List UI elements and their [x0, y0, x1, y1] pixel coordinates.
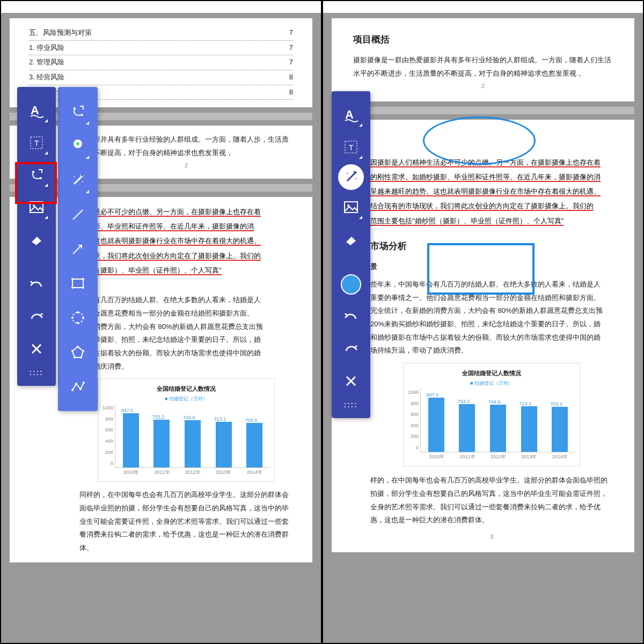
svg-text:T: T — [349, 143, 354, 152]
undo-icon[interactable] — [338, 302, 364, 332]
annotation-toolbar: A T ∷∷ — [17, 87, 56, 386]
svg-point-16 — [82, 278, 84, 280]
svg-point-32 — [83, 382, 85, 384]
svg-point-22 — [71, 317, 74, 319]
image-tool-icon[interactable] — [338, 192, 364, 222]
drawn-rectangle[interactable] — [427, 243, 535, 295]
svg-point-37 — [355, 178, 356, 179]
text-box-icon[interactable]: T — [24, 128, 49, 158]
svg-point-20 — [77, 311, 79, 313]
text-style-icon[interactable]: A — [24, 96, 49, 126]
svg-point-31 — [79, 388, 82, 390]
svg-point-27 — [74, 356, 76, 358]
svg-point-21 — [77, 322, 79, 324]
svg-point-17 — [71, 287, 74, 289]
right-screenshot: 项目概括 摄影摄像是一群由热爱摄影并具有多年行业经验的人群组成。一方面，随着人们… — [322, 0, 644, 644]
toc-row: 3. 经营风险8 — [29, 70, 293, 85]
left-screenshot: 五、风险预测与对策71. 停业风险72. 管理风险73. 经营风险8六、创业评估… — [0, 0, 322, 644]
svg-point-28 — [71, 350, 74, 352]
svg-text:T: T — [34, 139, 39, 148]
paragraph: 爱摄影并具有多年行业经验的人群组成。一方面，随着人步，生活质量的不断提高，对于自… — [79, 133, 293, 159]
highlight-box — [15, 162, 57, 204]
arrow-icon[interactable] — [65, 232, 91, 266]
svg-point-10 — [74, 176, 75, 177]
svg-point-26 — [80, 356, 82, 358]
svg-point-36 — [347, 173, 348, 174]
svg-point-19 — [72, 312, 83, 323]
close-icon[interactable] — [24, 334, 49, 364]
svg-point-9 — [76, 142, 79, 145]
paragraph: 摄影摄像是一群由热爱摄影并具有多年行业经验的人群组成。一方面，随着人们生活水平的… — [353, 54, 613, 80]
heading: 项目概括 — [353, 31, 613, 48]
toc-row: 2. 管理风险7 — [29, 55, 293, 70]
svg-point-11 — [82, 181, 83, 182]
compass-icon[interactable] — [65, 94, 91, 129]
svg-point-23 — [82, 317, 84, 319]
svg-point-25 — [82, 350, 84, 352]
close-icon[interactable] — [338, 366, 364, 396]
eraser-icon[interactable] — [338, 224, 364, 254]
status-bar — [323, 1, 643, 13]
magic-wand-icon[interactable] — [65, 163, 91, 197]
paragraph: 样的，在中国每年也会有几百万的高校毕业学生。这部分的群体会面临毕照的拍摄，部分学… — [370, 474, 613, 527]
bar-chart: 全国结婚登记人数情况■ 结婚登记（万对）10008006004002000847… — [403, 363, 580, 466]
magic-wand-icon[interactable] — [338, 164, 364, 190]
more-icon[interactable]: ∷∷ — [30, 368, 43, 378]
svg-point-15 — [71, 278, 74, 280]
doc-page-b: 因摄影是人们精神生活必不可少的点缀。另一方面，在摄影摄像上也存在着的刚性需求。如… — [332, 120, 634, 552]
text-style-icon[interactable]: A — [338, 100, 364, 130]
status-bar — [1, 1, 321, 13]
toc-row: 1. 停业风险7 — [29, 41, 293, 56]
annotation-toolbar: A T ∷∷ — [332, 91, 370, 418]
svg-line-12 — [73, 210, 83, 219]
svg-rect-14 — [72, 279, 83, 288]
eraser-icon[interactable] — [24, 224, 49, 254]
text-box-icon[interactable]: T — [338, 132, 364, 162]
rectangle-icon[interactable] — [65, 266, 91, 301]
pentagon-icon[interactable] — [65, 335, 91, 369]
svg-line-13 — [73, 245, 82, 254]
location-pin-icon[interactable] — [65, 129, 91, 163]
svg-point-18 — [82, 287, 84, 289]
toc-row: 五、风险预测与对策7 — [29, 26, 293, 41]
line-icon[interactable] — [65, 197, 91, 232]
polyline-icon[interactable] — [65, 369, 91, 404]
paragraph: 同样的，在中国每年也会有几百万的高校毕业学生。这部分的群体会面临毕业照的拍摄，部… — [79, 488, 293, 554]
more-icon[interactable]: ∷∷ — [344, 400, 358, 411]
svg-point-30 — [75, 383, 77, 385]
undo-icon[interactable] — [24, 269, 49, 299]
shapes-submenu — [58, 87, 98, 411]
svg-point-29 — [71, 389, 74, 391]
circle-icon[interactable] — [65, 301, 91, 335]
selected-shape-icon[interactable] — [338, 269, 364, 299]
svg-point-24 — [77, 346, 79, 348]
bar-chart: 全国结婚登记人数情况■ 结婚登记（万对）10008006004002000847… — [98, 378, 275, 482]
svg-rect-38 — [345, 202, 357, 213]
drawn-ellipse[interactable] — [423, 116, 536, 165]
redo-icon[interactable] — [338, 334, 364, 364]
redo-icon[interactable] — [24, 302, 49, 332]
doc-page-a: 项目概括 摄影摄像是一群由热爱摄影并具有多年行业经验的人群组成。一方面，随着人们… — [332, 18, 634, 101]
